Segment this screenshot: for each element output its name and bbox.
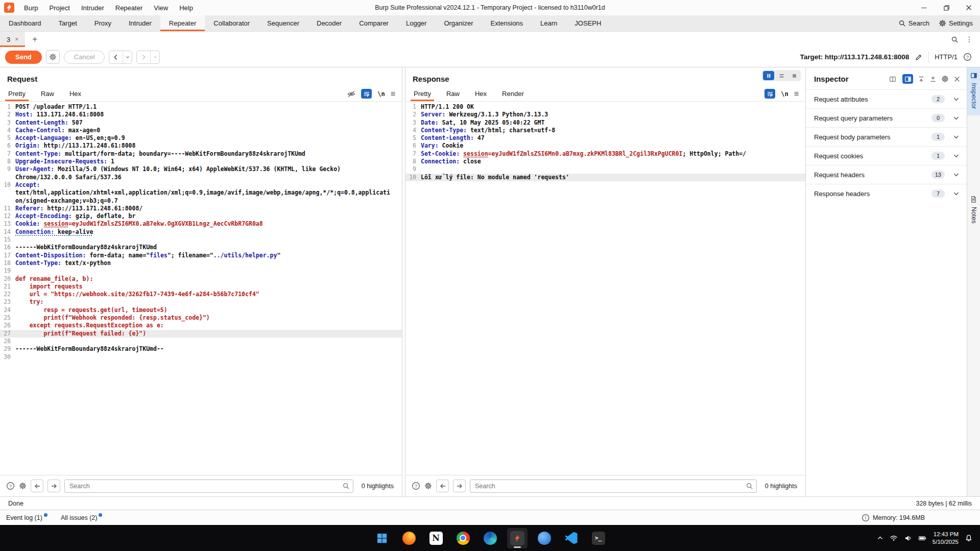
main-tab-sequencer[interactable]: Sequencer — [258, 15, 308, 31]
edge-icon[interactable] — [480, 528, 500, 548]
inspector-section-response-headers[interactable]: Response headers7 — [806, 184, 967, 203]
main-tab-joseph[interactable]: JOSEPH — [566, 15, 610, 31]
inspector-section-request-query-parameters[interactable]: Request query parameters0 — [806, 108, 967, 127]
send-settings-button[interactable] — [46, 50, 60, 64]
chevron-up-icon[interactable] — [877, 535, 883, 541]
main-tab-extensions[interactable]: Extensions — [482, 15, 532, 31]
battery-icon[interactable] — [918, 534, 926, 542]
firefox-icon[interactable] — [399, 528, 419, 548]
strip-tab-inspector[interactable]: Inspector — [967, 67, 980, 115]
burp-icon[interactable] — [507, 528, 528, 548]
request-editor[interactable]: 1POST /uploader HTTP/1.12Host: 113.171.2… — [0, 102, 402, 475]
main-tab-collaborator[interactable]: Collaborator — [205, 15, 258, 31]
chevron-down-icon[interactable] — [953, 115, 960, 122]
back-button[interactable] — [109, 51, 132, 64]
columns-layout-icon[interactable] — [763, 71, 774, 80]
menu-burp[interactable]: Burp — [19, 3, 42, 13]
menu-repeater[interactable]: Repeater — [111, 3, 147, 13]
main-tab-decoder[interactable]: Decoder — [308, 15, 350, 31]
view-tab-hex[interactable]: Hex — [68, 87, 82, 101]
strip-tab-notes[interactable]: Notes — [967, 191, 980, 230]
forward-button[interactable] — [136, 51, 160, 64]
gear-icon[interactable] — [941, 75, 949, 83]
chevron-down-icon[interactable] — [953, 153, 960, 159]
close-icon[interactable] — [953, 76, 961, 83]
cancel-button[interactable]: Cancel — [64, 51, 105, 64]
kebab-menu-icon[interactable]: ⋮ — [966, 35, 973, 43]
pencil-icon[interactable] — [915, 53, 923, 61]
prev-match-button[interactable] — [436, 480, 449, 492]
inspector-section-request-cookies[interactable]: Request cookies1 — [806, 146, 967, 165]
event-log-tab[interactable]: Event log (1) — [6, 514, 47, 521]
prev-match-button[interactable] — [31, 480, 43, 492]
help-icon[interactable]: ? — [6, 482, 15, 490]
collapse-all-icon[interactable] — [918, 76, 925, 83]
global-search-button[interactable]: Search — [898, 19, 929, 27]
chevron-down-icon[interactable] — [953, 190, 960, 197]
close-tab-icon[interactable]: × — [15, 36, 18, 43]
response-editor[interactable]: 1HTTP/1.1 200 OK2Server: Werkzeug/3.1.3 … — [405, 102, 805, 475]
chrome-icon[interactable] — [453, 528, 473, 548]
main-tab-organizer[interactable]: Organizer — [435, 15, 482, 31]
chevron-down-icon[interactable] — [953, 96, 960, 103]
main-tab-comparer[interactable]: Comparer — [350, 15, 397, 31]
next-match-button[interactable] — [453, 480, 466, 492]
main-tab-target[interactable]: Target — [50, 15, 86, 31]
main-tab-intruder[interactable]: Intruder — [120, 15, 160, 31]
inspector-section-request-attributes[interactable]: Request attributes2 — [806, 89, 967, 108]
rows-layout-icon[interactable] — [776, 71, 787, 80]
view-tab-raw[interactable]: Raw — [445, 87, 461, 101]
word-wrap-icon[interactable] — [361, 89, 372, 99]
browser-icon[interactable] — [534, 528, 555, 548]
chevron-left-icon[interactable] — [109, 51, 123, 63]
view-tab-hex[interactable]: Hex — [474, 87, 488, 101]
search-icon[interactable] — [951, 36, 959, 43]
editor-menu-icon[interactable]: ≡ — [794, 89, 799, 99]
search-input[interactable] — [470, 480, 757, 493]
main-tab-proxy[interactable]: Proxy — [86, 15, 120, 31]
http-version[interactable]: HTTP/1 — [935, 53, 958, 61]
menu-project[interactable]: Project — [44, 3, 74, 13]
volume-icon[interactable] — [904, 534, 912, 542]
view-tab-pretty[interactable]: Pretty — [7, 87, 27, 101]
start-icon[interactable] — [372, 528, 392, 548]
taskbar-clock[interactable]: 12:43 PM 5/10/2025 — [933, 531, 959, 546]
settings-button[interactable]: Settings — [939, 19, 973, 27]
memory-indicator[interactable]: i Memory: 194.6MB — [862, 514, 925, 522]
gear-icon[interactable] — [424, 482, 432, 490]
main-tab-repeater[interactable]: Repeater — [160, 15, 205, 31]
view-tab-raw[interactable]: Raw — [40, 87, 55, 101]
tabs-layout-icon[interactable] — [788, 71, 800, 80]
wifi-icon[interactable] — [890, 534, 898, 542]
notion-icon[interactable]: N — [426, 528, 446, 548]
hide-nonprintable-icon[interactable] — [347, 90, 355, 98]
close-button[interactable] — [958, 0, 980, 15]
inspector-section-request-body-parameters[interactable]: Request body parameters1 — [806, 127, 967, 146]
word-wrap-icon[interactable] — [764, 89, 775, 99]
send-button[interactable]: Send — [5, 51, 42, 64]
chevron-down-icon[interactable] — [953, 172, 960, 178]
panel-splitter[interactable] — [402, 67, 405, 496]
chevron-right-icon[interactable] — [137, 51, 151, 63]
chevron-down-icon[interactable] — [151, 51, 159, 63]
menu-view[interactable]: View — [149, 3, 173, 13]
chevron-down-icon[interactable] — [953, 134, 960, 140]
main-tab-learn[interactable]: Learn — [532, 15, 566, 31]
gear-icon[interactable] — [19, 482, 27, 490]
notification-bell-icon[interactable] — [965, 534, 973, 542]
search-input[interactable] — [64, 480, 353, 493]
repeater-tab-3[interactable]: 3 × — [0, 32, 25, 47]
inspector-section-request-headers[interactable]: Request headers13 — [806, 165, 967, 184]
terminal-icon[interactable]: >_ — [588, 528, 609, 548]
view-tab-pretty[interactable]: Pretty — [413, 87, 432, 101]
help-icon[interactable]: ? — [412, 482, 420, 490]
restore-button[interactable] — [935, 0, 958, 15]
menu-intruder[interactable]: Intruder — [77, 3, 109, 13]
view-tab-render[interactable]: Render — [501, 87, 525, 101]
dock-left-icon[interactable] — [887, 74, 898, 84]
main-tab-logger[interactable]: Logger — [397, 15, 435, 31]
show-newlines-icon[interactable]: \n — [377, 90, 385, 98]
next-match-button[interactable] — [47, 480, 60, 492]
chevron-down-icon[interactable] — [123, 51, 132, 63]
help-icon[interactable]: ? — [963, 53, 972, 61]
